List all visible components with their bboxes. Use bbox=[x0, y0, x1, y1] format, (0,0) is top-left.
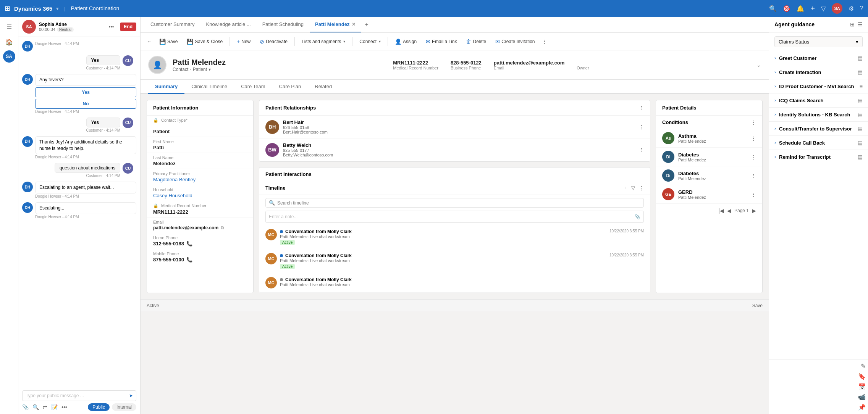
toolbar-more-icon[interactable]: ⋮ bbox=[542, 39, 547, 44]
timeline-search-input[interactable] bbox=[277, 200, 640, 206]
yes-option[interactable]: Yes bbox=[35, 87, 136, 97]
rel-more-icon-2[interactable]: ⋮ bbox=[639, 147, 644, 153]
filter-icon[interactable]: ▽ bbox=[821, 5, 826, 12]
transfer-icon[interactable]: ⇄ bbox=[43, 404, 47, 410]
tab-add-button[interactable]: + bbox=[365, 21, 368, 28]
conv-header: SA Sophia Adne 00:00:34 Neutral ••• End bbox=[18, 17, 140, 37]
ag-calendar-icon[interactable]: 📅 bbox=[858, 383, 866, 390]
page-next-icon[interactable]: ▶ bbox=[752, 208, 756, 214]
nav-back-icon[interactable]: ← bbox=[147, 39, 152, 44]
more-timeline-icon[interactable]: ⋮ bbox=[639, 185, 644, 191]
tab-customer-summary[interactable]: Customer Summary bbox=[145, 17, 200, 32]
timeline-header: Timeline + ▽ ⋮ bbox=[259, 181, 650, 195]
tab-knowledge-article[interactable]: Knowledge article ... bbox=[201, 17, 256, 32]
msg-time: Doogie Howser - 4:14 PM bbox=[35, 215, 136, 219]
create-invitation-button[interactable]: ✉ Create Invitation bbox=[491, 37, 538, 46]
user-avatar[interactable]: SA bbox=[832, 3, 842, 14]
practitioner-row: Primary Practitioner Magdalena Bentley bbox=[147, 169, 253, 185]
help-icon[interactable]: ? bbox=[860, 5, 863, 12]
cond-info-3: Diabetes Patti Melendez bbox=[678, 171, 747, 181]
settings-icon[interactable]: ⚙ bbox=[849, 5, 854, 12]
patient-type-chevron[interactable]: ▾ bbox=[209, 67, 211, 72]
save-bottom-button[interactable]: Save bbox=[752, 303, 763, 308]
ag-item-remind[interactable]: › Remind for Transcript ▤ bbox=[769, 150, 868, 164]
relationships-more-icon[interactable]: ⋮ bbox=[639, 105, 644, 111]
ag-status-dropdown[interactable]: Claims Status ▾ bbox=[774, 36, 863, 47]
mobile-call-icon[interactable]: 📞 bbox=[186, 257, 192, 263]
tab-clinical-timeline[interactable]: Clinical Timeline bbox=[184, 80, 234, 94]
more-options-icon[interactable]: ••• bbox=[109, 24, 114, 30]
filter-timeline-icon[interactable]: ▽ bbox=[631, 185, 635, 191]
lists-segments-button[interactable]: Lists and segments ▾ bbox=[298, 37, 349, 46]
cond-more-icon-2[interactable]: ⋮ bbox=[751, 154, 756, 160]
tab-close-button[interactable]: ✕ bbox=[352, 22, 356, 27]
ag-item-id-proof[interactable]: › ID Proof Customer - MVI Search ≡ bbox=[769, 79, 868, 93]
new-button[interactable]: + New bbox=[233, 37, 254, 46]
bell-icon[interactable]: 🔔 bbox=[797, 5, 804, 12]
expand-header-icon[interactable]: ⌄ bbox=[756, 62, 761, 68]
cond-more-icon-4[interactable]: ⋮ bbox=[751, 192, 756, 197]
sidebar-home-icon[interactable]: 🏠 bbox=[2, 35, 16, 49]
copy-email-icon[interactable]: ⧉ bbox=[221, 225, 224, 230]
deactivate-icon: ⊘ bbox=[260, 39, 264, 45]
ag-doc-icon-5: ▤ bbox=[858, 111, 863, 118]
ag-bookmark-icon[interactable]: 🔖 bbox=[858, 373, 866, 380]
ag-edit-icon[interactable]: ✎ bbox=[861, 362, 866, 370]
practitioner-link[interactable]: Magdalena Bentley bbox=[153, 177, 247, 182]
int-badge-1: Active bbox=[280, 240, 295, 245]
delete-button[interactable]: 🗑 Delete bbox=[462, 37, 490, 46]
ag-settings-icon[interactable]: ☰ bbox=[858, 21, 863, 27]
ag-item-create-interaction[interactable]: › Create Interaction ▤ bbox=[769, 65, 868, 79]
int-info-1: Conversation from Molly Clark Patti Mele… bbox=[280, 229, 606, 245]
grid-icon[interactable]: ⊞ bbox=[5, 4, 10, 13]
ag-expand-icon[interactable]: ⊞ bbox=[850, 21, 855, 27]
page-first-icon[interactable]: |◀ bbox=[718, 208, 724, 214]
paperclip-icon[interactable]: 📎 bbox=[635, 214, 640, 219]
tab-summary[interactable]: Summary bbox=[148, 80, 184, 94]
save-button[interactable]: 💾 Save bbox=[155, 37, 181, 46]
message-item: question about medications Customer - 4:… bbox=[22, 163, 136, 178]
conv-input-area: Type your public message ... ➤ 📎 🔍 ⇄ 📝 •… bbox=[18, 387, 140, 414]
internal-tab-button[interactable]: Internal bbox=[112, 403, 136, 411]
attachment-icon[interactable]: 📎 bbox=[22, 404, 29, 410]
more-toolbar-icon[interactable]: ••• bbox=[61, 404, 67, 410]
tab-patti-melendez[interactable]: Patti Melendez ✕ bbox=[310, 17, 361, 32]
sidebar-user-icon[interactable]: SA bbox=[3, 50, 15, 63]
ag-item-consult[interactable]: › Consult/Transfer to Supervisor ▤ bbox=[769, 122, 868, 136]
target-icon[interactable]: 🎯 bbox=[783, 5, 790, 12]
tab-care-plan[interactable]: Care Plan bbox=[272, 80, 308, 94]
deactivate-button[interactable]: ⊘ Deactivate bbox=[256, 37, 291, 46]
ag-item-schedule[interactable]: › Schedule Call Back ▤ bbox=[769, 136, 868, 150]
assign-icon: 👤 bbox=[395, 39, 401, 45]
public-tab-button[interactable]: Public bbox=[88, 403, 110, 411]
tab-related[interactable]: Related bbox=[308, 80, 339, 94]
conditions-more-icon[interactable]: ⋮ bbox=[751, 119, 756, 125]
ag-pin-icon[interactable]: 📌 bbox=[858, 404, 866, 411]
ag-video-icon[interactable]: 📹 bbox=[858, 393, 866, 401]
page-prev-icon[interactable]: ◀ bbox=[727, 208, 731, 214]
interaction-item-1: MC Conversation from Molly Clark Patti M… bbox=[259, 225, 650, 249]
search-icon[interactable]: 🔍 bbox=[769, 5, 777, 12]
notes-icon[interactable]: 📝 bbox=[51, 404, 58, 410]
assign-button[interactable]: 👤 Assign bbox=[391, 37, 420, 46]
ag-item-greet-customer[interactable]: › Greet Customer ▤ bbox=[769, 51, 868, 65]
household-link[interactable]: Casey Household bbox=[153, 193, 247, 198]
tab-patient-scheduling[interactable]: Patient Scheduling bbox=[257, 17, 309, 32]
connect-button[interactable]: Connect ▾ bbox=[356, 37, 385, 46]
tab-care-team[interactable]: Care Team bbox=[234, 80, 272, 94]
call-icon[interactable]: 📞 bbox=[186, 241, 192, 246]
sidebar-menu-icon[interactable]: ☰ bbox=[2, 20, 16, 34]
add-timeline-icon[interactable]: + bbox=[624, 185, 627, 191]
email-link-button[interactable]: ✉ Email a Link bbox=[422, 37, 461, 46]
save-close-button[interactable]: 💾 Save & Close bbox=[183, 37, 226, 46]
rel-more-icon-1[interactable]: ⋮ bbox=[639, 124, 644, 130]
plus-icon[interactable]: + bbox=[810, 4, 815, 13]
cond-more-icon-3[interactable]: ⋮ bbox=[751, 173, 756, 179]
ag-item-solutions[interactable]: › Identify Solutions - KB Search ▤ bbox=[769, 108, 868, 122]
no-option[interactable]: No bbox=[35, 99, 136, 109]
end-button[interactable]: End bbox=[120, 23, 136, 31]
search-customer-icon[interactable]: 🔍 bbox=[32, 404, 39, 410]
send-icon[interactable]: ➤ bbox=[129, 393, 133, 398]
ag-item-icq[interactable]: › ICQ Claims Search ▤ bbox=[769, 93, 868, 108]
cond-more-icon-1[interactable]: ⋮ bbox=[751, 135, 756, 141]
